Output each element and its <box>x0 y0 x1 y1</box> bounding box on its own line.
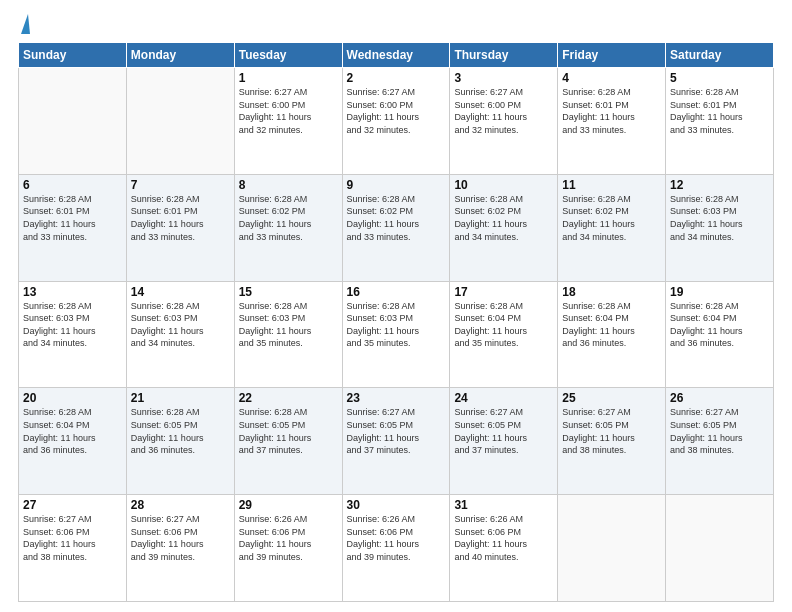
day-number: 8 <box>239 178 338 192</box>
day-number: 10 <box>454 178 553 192</box>
day-info: Sunrise: 6:28 AM Sunset: 6:02 PM Dayligh… <box>347 193 446 243</box>
day-number: 12 <box>670 178 769 192</box>
calendar-cell <box>19 68 127 175</box>
day-info: Sunrise: 6:27 AM Sunset: 6:00 PM Dayligh… <box>347 86 446 136</box>
day-number: 22 <box>239 391 338 405</box>
calendar-day-header: Saturday <box>666 43 774 68</box>
calendar-cell: 28Sunrise: 6:27 AM Sunset: 6:06 PM Dayli… <box>126 495 234 602</box>
day-number: 6 <box>23 178 122 192</box>
day-info: Sunrise: 6:26 AM Sunset: 6:06 PM Dayligh… <box>347 513 446 563</box>
day-info: Sunrise: 6:28 AM Sunset: 6:02 PM Dayligh… <box>454 193 553 243</box>
calendar-day-header: Thursday <box>450 43 558 68</box>
day-number: 30 <box>347 498 446 512</box>
day-number: 31 <box>454 498 553 512</box>
calendar-table: SundayMondayTuesdayWednesdayThursdayFrid… <box>18 42 774 602</box>
day-info: Sunrise: 6:28 AM Sunset: 6:01 PM Dayligh… <box>562 86 661 136</box>
day-info: Sunrise: 6:28 AM Sunset: 6:03 PM Dayligh… <box>670 193 769 243</box>
day-number: 26 <box>670 391 769 405</box>
calendar-cell: 26Sunrise: 6:27 AM Sunset: 6:05 PM Dayli… <box>666 388 774 495</box>
calendar-header-row: SundayMondayTuesdayWednesdayThursdayFrid… <box>19 43 774 68</box>
day-number: 25 <box>562 391 661 405</box>
calendar-cell: 9Sunrise: 6:28 AM Sunset: 6:02 PM Daylig… <box>342 174 450 281</box>
day-info: Sunrise: 6:28 AM Sunset: 6:03 PM Dayligh… <box>239 300 338 350</box>
day-number: 19 <box>670 285 769 299</box>
day-info: Sunrise: 6:28 AM Sunset: 6:03 PM Dayligh… <box>23 300 122 350</box>
calendar-cell: 2Sunrise: 6:27 AM Sunset: 6:00 PM Daylig… <box>342 68 450 175</box>
day-info: Sunrise: 6:28 AM Sunset: 6:01 PM Dayligh… <box>23 193 122 243</box>
calendar-cell: 29Sunrise: 6:26 AM Sunset: 6:06 PM Dayli… <box>234 495 342 602</box>
day-number: 29 <box>239 498 338 512</box>
day-number: 27 <box>23 498 122 512</box>
page: SundayMondayTuesdayWednesdayThursdayFrid… <box>0 0 792 612</box>
day-number: 3 <box>454 71 553 85</box>
calendar-cell: 13Sunrise: 6:28 AM Sunset: 6:03 PM Dayli… <box>19 281 127 388</box>
day-number: 21 <box>131 391 230 405</box>
calendar-cell: 16Sunrise: 6:28 AM Sunset: 6:03 PM Dayli… <box>342 281 450 388</box>
calendar-cell: 1Sunrise: 6:27 AM Sunset: 6:00 PM Daylig… <box>234 68 342 175</box>
day-info: Sunrise: 6:28 AM Sunset: 6:04 PM Dayligh… <box>23 406 122 456</box>
day-info: Sunrise: 6:28 AM Sunset: 6:04 PM Dayligh… <box>562 300 661 350</box>
day-info: Sunrise: 6:27 AM Sunset: 6:05 PM Dayligh… <box>347 406 446 456</box>
day-info: Sunrise: 6:28 AM Sunset: 6:01 PM Dayligh… <box>131 193 230 243</box>
day-info: Sunrise: 6:27 AM Sunset: 6:00 PM Dayligh… <box>454 86 553 136</box>
calendar-day-header: Friday <box>558 43 666 68</box>
day-number: 16 <box>347 285 446 299</box>
day-info: Sunrise: 6:26 AM Sunset: 6:06 PM Dayligh… <box>454 513 553 563</box>
day-info: Sunrise: 6:27 AM Sunset: 6:06 PM Dayligh… <box>23 513 122 563</box>
logo <box>18 18 30 34</box>
day-info: Sunrise: 6:28 AM Sunset: 6:03 PM Dayligh… <box>131 300 230 350</box>
day-info: Sunrise: 6:27 AM Sunset: 6:05 PM Dayligh… <box>670 406 769 456</box>
calendar-week-row: 13Sunrise: 6:28 AM Sunset: 6:03 PM Dayli… <box>19 281 774 388</box>
day-number: 28 <box>131 498 230 512</box>
day-number: 9 <box>347 178 446 192</box>
day-info: Sunrise: 6:26 AM Sunset: 6:06 PM Dayligh… <box>239 513 338 563</box>
calendar-day-header: Wednesday <box>342 43 450 68</box>
calendar-cell <box>126 68 234 175</box>
day-info: Sunrise: 6:27 AM Sunset: 6:00 PM Dayligh… <box>239 86 338 136</box>
calendar-cell: 4Sunrise: 6:28 AM Sunset: 6:01 PM Daylig… <box>558 68 666 175</box>
day-number: 18 <box>562 285 661 299</box>
calendar-cell: 27Sunrise: 6:27 AM Sunset: 6:06 PM Dayli… <box>19 495 127 602</box>
calendar-cell: 6Sunrise: 6:28 AM Sunset: 6:01 PM Daylig… <box>19 174 127 281</box>
day-info: Sunrise: 6:28 AM Sunset: 6:02 PM Dayligh… <box>562 193 661 243</box>
day-info: Sunrise: 6:28 AM Sunset: 6:05 PM Dayligh… <box>239 406 338 456</box>
day-info: Sunrise: 6:27 AM Sunset: 6:06 PM Dayligh… <box>131 513 230 563</box>
day-number: 2 <box>347 71 446 85</box>
day-info: Sunrise: 6:28 AM Sunset: 6:02 PM Dayligh… <box>239 193 338 243</box>
calendar-cell: 3Sunrise: 6:27 AM Sunset: 6:00 PM Daylig… <box>450 68 558 175</box>
calendar-cell: 19Sunrise: 6:28 AM Sunset: 6:04 PM Dayli… <box>666 281 774 388</box>
day-info: Sunrise: 6:28 AM Sunset: 6:03 PM Dayligh… <box>347 300 446 350</box>
day-info: Sunrise: 6:27 AM Sunset: 6:05 PM Dayligh… <box>454 406 553 456</box>
day-number: 17 <box>454 285 553 299</box>
day-number: 24 <box>454 391 553 405</box>
calendar-cell: 22Sunrise: 6:28 AM Sunset: 6:05 PM Dayli… <box>234 388 342 495</box>
day-number: 20 <box>23 391 122 405</box>
calendar-cell: 12Sunrise: 6:28 AM Sunset: 6:03 PM Dayli… <box>666 174 774 281</box>
day-number: 11 <box>562 178 661 192</box>
day-info: Sunrise: 6:28 AM Sunset: 6:04 PM Dayligh… <box>670 300 769 350</box>
calendar-cell: 23Sunrise: 6:27 AM Sunset: 6:05 PM Dayli… <box>342 388 450 495</box>
header <box>18 18 774 34</box>
day-info: Sunrise: 6:27 AM Sunset: 6:05 PM Dayligh… <box>562 406 661 456</box>
calendar-cell: 25Sunrise: 6:27 AM Sunset: 6:05 PM Dayli… <box>558 388 666 495</box>
calendar-cell: 5Sunrise: 6:28 AM Sunset: 6:01 PM Daylig… <box>666 68 774 175</box>
day-number: 15 <box>239 285 338 299</box>
calendar-cell <box>558 495 666 602</box>
calendar-week-row: 27Sunrise: 6:27 AM Sunset: 6:06 PM Dayli… <box>19 495 774 602</box>
calendar-cell: 30Sunrise: 6:26 AM Sunset: 6:06 PM Dayli… <box>342 495 450 602</box>
day-number: 1 <box>239 71 338 85</box>
day-number: 7 <box>131 178 230 192</box>
day-info: Sunrise: 6:28 AM Sunset: 6:05 PM Dayligh… <box>131 406 230 456</box>
calendar-cell: 18Sunrise: 6:28 AM Sunset: 6:04 PM Dayli… <box>558 281 666 388</box>
calendar-cell: 31Sunrise: 6:26 AM Sunset: 6:06 PM Dayli… <box>450 495 558 602</box>
calendar-day-header: Sunday <box>19 43 127 68</box>
calendar-week-row: 20Sunrise: 6:28 AM Sunset: 6:04 PM Dayli… <box>19 388 774 495</box>
day-number: 23 <box>347 391 446 405</box>
calendar-cell: 21Sunrise: 6:28 AM Sunset: 6:05 PM Dayli… <box>126 388 234 495</box>
calendar-cell: 15Sunrise: 6:28 AM Sunset: 6:03 PM Dayli… <box>234 281 342 388</box>
calendar-week-row: 1Sunrise: 6:27 AM Sunset: 6:00 PM Daylig… <box>19 68 774 175</box>
calendar-day-header: Tuesday <box>234 43 342 68</box>
logo-triangle-icon <box>21 14 30 34</box>
day-number: 5 <box>670 71 769 85</box>
calendar-cell: 10Sunrise: 6:28 AM Sunset: 6:02 PM Dayli… <box>450 174 558 281</box>
